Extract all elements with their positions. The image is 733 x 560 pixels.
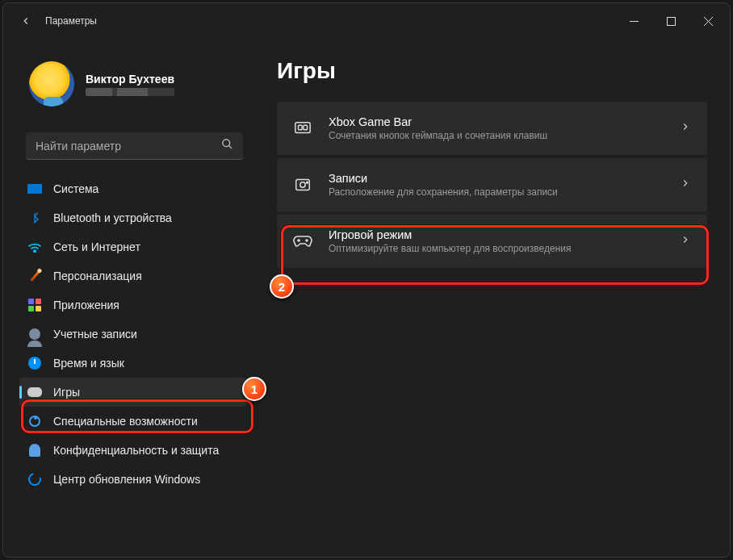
svg-rect-1	[667, 17, 675, 25]
svg-rect-5	[299, 125, 303, 130]
svg-rect-4	[295, 123, 310, 133]
card-captures[interactable]: Записи Расположение для сохранения, пара…	[277, 158, 707, 211]
nav-label: Конфиденциальность и защита	[53, 444, 219, 457]
card-subtitle: Расположение для сохранения, параметры з…	[329, 186, 680, 198]
nav-label: Центр обновления Windows	[53, 473, 200, 486]
nav-accessibility[interactable]: Специальные возможности	[19, 407, 246, 436]
nav-list: Система Bluetooth и устройства Сеть и Ин…	[15, 174, 251, 494]
card-title: Игровой режим	[329, 228, 680, 241]
nav-network[interactable]: Сеть и Интернет	[19, 232, 246, 261]
nav-system[interactable]: Система	[19, 174, 246, 203]
svg-rect-7	[296, 180, 310, 190]
nav-label: Система	[53, 182, 98, 195]
titlebar: Параметры	[3, 3, 730, 39]
search-input[interactable]	[36, 140, 221, 153]
nav-personalization[interactable]: Персонализация	[19, 261, 246, 290]
profile-name: Виктор Бухтеев	[86, 73, 174, 86]
close-button[interactable]	[689, 8, 727, 34]
chevron-right-icon	[680, 234, 691, 249]
svg-point-8	[300, 182, 305, 187]
back-button[interactable]	[15, 10, 37, 32]
profile-block[interactable]: Виктор Бухтеев	[15, 39, 251, 121]
card-texts: Xbox Game Bar Сочетания кнопок геймпада …	[329, 115, 680, 141]
profile-email	[86, 88, 174, 96]
nav-accounts[interactable]: Учетные записи	[19, 320, 246, 349]
search-icon	[221, 138, 233, 153]
card-xbox-game-bar[interactable]: Xbox Game Bar Сочетания кнопок геймпада …	[277, 102, 707, 155]
settings-window: Параметры Виктор Бухтеев	[2, 2, 731, 558]
content-area: Виктор Бухтеев Система	[3, 39, 730, 557]
search-box[interactable]	[26, 132, 243, 160]
game-mode-icon	[293, 232, 312, 251]
nav-label: Время и язык	[53, 357, 124, 370]
window-controls	[615, 8, 727, 34]
svg-rect-0	[630, 21, 639, 22]
card-title: Xbox Game Bar	[329, 115, 680, 128]
card-subtitle: Оптимизируйте ваш компьютер для воспроиз…	[329, 243, 680, 254]
bluetooth-icon	[27, 211, 42, 225]
maximize-button[interactable]	[652, 8, 689, 34]
nav-apps[interactable]: Приложения	[19, 290, 246, 320]
system-icon	[27, 182, 42, 196]
nav-label: Игры	[53, 386, 80, 399]
card-title: Записи	[329, 172, 680, 185]
minimize-button[interactable]	[615, 8, 652, 34]
update-icon	[27, 472, 42, 487]
svg-point-10	[306, 240, 308, 241]
nav-windows-update[interactable]: Центр обновления Windows	[19, 465, 246, 494]
page-title: Игры	[277, 58, 707, 84]
nav-label: Персонализация	[53, 270, 142, 282]
svg-point-3	[34, 250, 36, 252]
main-panel: Игры Xbox Game Bar Сочетания кнопок гейм…	[258, 39, 730, 557]
svg-point-2	[223, 140, 230, 147]
nav-label: Учетные записи	[53, 328, 137, 341]
game-bar-icon	[293, 119, 312, 138]
captures-icon	[293, 175, 312, 194]
card-game-mode[interactable]: Игровой режим Оптимизируйте ваш компьюте…	[277, 215, 707, 268]
apps-icon	[27, 298, 42, 312]
accessibility-icon	[27, 414, 42, 428]
chevron-right-icon	[680, 121, 691, 136]
nav-label: Приложения	[53, 299, 119, 311]
avatar	[29, 61, 74, 107]
card-subtitle: Сочетания кнопок геймпада и сочетания кл…	[329, 130, 680, 141]
card-texts: Игровой режим Оптимизируйте ваш компьюте…	[329, 228, 680, 254]
nav-label: Bluetooth и устройства	[53, 211, 172, 224]
chevron-right-icon	[680, 178, 691, 192]
accounts-icon	[27, 327, 42, 341]
svg-point-9	[307, 182, 308, 183]
svg-rect-6	[304, 125, 308, 130]
nav-privacy[interactable]: Конфиденциальность и защита	[19, 436, 246, 465]
shield-icon	[27, 443, 42, 458]
window-title: Параметры	[45, 15, 97, 27]
wifi-icon	[27, 240, 42, 254]
brush-icon	[27, 269, 42, 283]
nav-bluetooth[interactable]: Bluetooth и устройства	[19, 203, 246, 232]
nav-label: Сеть и Интернет	[53, 240, 140, 253]
sidebar: Виктор Бухтеев Система	[3, 39, 258, 557]
clock-icon	[27, 356, 42, 370]
nav-label: Специальные возможности	[53, 415, 198, 428]
nav-gaming[interactable]: Игры	[19, 378, 246, 407]
gamepad-icon	[27, 385, 42, 399]
nav-time-language[interactable]: Время и язык	[19, 349, 246, 378]
card-texts: Записи Расположение для сохранения, пара…	[329, 172, 680, 198]
profile-texts: Виктор Бухтеев	[86, 73, 174, 96]
